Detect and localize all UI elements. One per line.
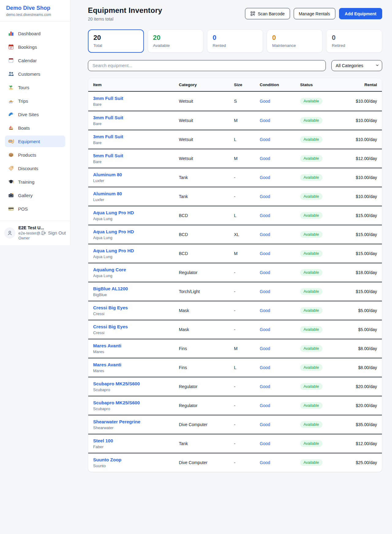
sign-out-button[interactable]: Sign Out <box>41 230 66 236</box>
item-name-link[interactable]: Mares Avanti <box>93 343 121 348</box>
condition-link[interactable]: Good <box>260 384 270 389</box>
item-name-link[interactable]: Aqualung Core <box>93 267 126 272</box>
scan-barcode-label: Scan Barcode <box>258 11 285 16</box>
stat-card-maintenance[interactable]: 0 Maintenance <box>267 29 323 53</box>
item-brand: Shearwater <box>93 425 179 430</box>
status-badge: Available <box>300 288 322 295</box>
bookings-icon: 17 <box>8 44 14 50</box>
rental-price: $15.00/day <box>340 289 377 294</box>
sidebar-item-bookings[interactable]: 17 Bookings <box>5 41 65 53</box>
item-name-link[interactable]: Aqua Lung Pro HD <box>93 248 134 253</box>
sidebar-item-equipment[interactable]: Equipment <box>5 135 65 147</box>
item-name-link[interactable]: Steel 100 <box>93 438 113 443</box>
item-name-link[interactable]: Scubapro MK25/S600 <box>93 400 140 405</box>
item-brand: Bare <box>93 140 179 145</box>
condition-link[interactable]: Good <box>260 365 270 370</box>
condition-link[interactable]: Good <box>260 270 270 275</box>
sidebar-item-boats[interactable]: Boats <box>5 122 65 134</box>
item-name-link[interactable]: Aluminum 80 <box>93 172 122 177</box>
sidebar-item-label: Training <box>18 179 35 185</box>
condition-link[interactable]: Good <box>260 175 270 180</box>
sidebar-item-trips[interactable]: Trips <box>5 95 65 107</box>
condition-link[interactable]: Good <box>260 289 270 294</box>
sidebar-item-customers[interactable]: Customers <box>5 68 65 80</box>
add-equipment-button[interactable]: Add Equipment <box>339 8 382 19</box>
status-badge: Available <box>300 174 322 181</box>
condition-link[interactable]: Good <box>260 441 270 446</box>
condition-link[interactable]: Good <box>260 346 270 351</box>
sidebar-item-training[interactable]: Training <box>5 176 65 188</box>
sidebar-item-pos[interactable]: POS <box>5 203 65 215</box>
condition-link[interactable]: Good <box>260 251 270 256</box>
scan-barcode-button[interactable]: Scan Barcode <box>245 8 290 19</box>
condition-link[interactable]: Good <box>260 213 270 218</box>
table-row: Aqua Lung Pro HD Aqua Lung BCD M Good Av… <box>88 244 382 263</box>
column-header-size: Size <box>234 82 260 87</box>
condition-link[interactable]: Good <box>260 232 270 237</box>
sidebar-item-calendar[interactable]: Calendar <box>5 55 65 66</box>
tours-icon <box>8 84 14 90</box>
stat-value: 0 <box>332 34 377 42</box>
sidebar-item-label: Trips <box>18 98 28 104</box>
item-category: Regulator <box>179 403 234 408</box>
item-name-link[interactable]: 3mm Full Suit <box>93 115 123 120</box>
item-name-link[interactable]: Aqua Lung Pro HD <box>93 210 134 215</box>
stat-card-available[interactable]: 20 Available <box>148 29 204 53</box>
rental-price: $10.00/day <box>340 194 377 199</box>
status-badge: Available <box>300 383 322 390</box>
item-name-link[interactable]: Aluminum 80 <box>93 191 122 196</box>
item-name-link[interactable]: Suunto Zoop <box>93 457 121 462</box>
column-header-condition: Condition <box>260 82 300 87</box>
category-select[interactable]: All Categories <box>331 60 382 71</box>
sidebar-item-tours[interactable]: Tours <box>5 82 65 93</box>
condition-link[interactable]: Good <box>260 308 270 313</box>
item-size: L <box>234 137 260 142</box>
equipment-table: Item Category Size Condition Status Rent… <box>88 78 382 472</box>
stat-card-retired[interactable]: 0 Retired <box>326 29 382 53</box>
item-name-link[interactable]: Shearwater Peregrine <box>93 419 140 424</box>
condition-link[interactable]: Good <box>260 460 270 465</box>
barcode-icon <box>250 11 255 16</box>
status-badge: Available <box>300 345 322 352</box>
condition-link[interactable]: Good <box>260 99 270 104</box>
item-name-link[interactable]: Scubapro MK25/S600 <box>93 381 140 386</box>
item-name-link[interactable]: Aqua Lung Pro HD <box>93 229 134 234</box>
condition-link[interactable]: Good <box>260 118 270 123</box>
item-name-link[interactable]: 3mm Full Suit <box>93 96 123 101</box>
sidebar-item-dashboard[interactable]: Dashboard <box>5 28 65 39</box>
brand-block: Demo Dive Shop demo.test.divestreams.com <box>0 0 70 21</box>
condition-link[interactable]: Good <box>260 156 270 161</box>
item-name-link[interactable]: Cressi Big Eyes <box>93 305 128 310</box>
sidebar-item-label: Discounts <box>18 166 38 171</box>
condition-link[interactable]: Good <box>260 137 270 142</box>
item-category: Regulator <box>179 384 234 389</box>
manage-rentals-button[interactable]: Manage Rentals <box>294 8 335 19</box>
condition-link[interactable]: Good <box>260 327 270 332</box>
sidebar-item-label: POS <box>18 206 28 212</box>
item-name-link[interactable]: Cressi Big Eyes <box>93 324 128 329</box>
item-size: L <box>234 213 260 218</box>
sidebar-item-discounts[interactable]: Discounts <box>5 162 65 174</box>
item-name-link[interactable]: BigBlue AL1200 <box>93 286 128 291</box>
svg-text:17: 17 <box>10 46 12 49</box>
sidebar-item-dive-sites[interactable]: Dive Sites <box>5 109 65 120</box>
item-size: - <box>234 422 260 427</box>
sidebar-item-products[interactable]: Products <box>5 149 65 161</box>
item-name-link[interactable]: 3mm Full Suit <box>93 134 123 139</box>
sidebar-item-gallery[interactable]: Gallery <box>5 189 65 201</box>
condition-link[interactable]: Good <box>260 422 270 427</box>
stat-card-rented[interactable]: 0 Rented <box>207 29 263 53</box>
stat-card-total[interactable]: 20 Total <box>88 29 144 53</box>
item-name-link[interactable]: 5mm Full Suit <box>93 153 123 158</box>
rental-price: $8.00/day <box>340 346 377 351</box>
item-name-link[interactable]: Mares Avanti <box>93 362 121 367</box>
search-input[interactable] <box>88 60 326 71</box>
stat-label: Rented <box>213 43 258 48</box>
item-brand: Bare <box>93 102 179 107</box>
condition-link[interactable]: Good <box>260 403 270 408</box>
status-badge: Available <box>300 440 322 447</box>
item-brand: Aqua Lung <box>93 235 179 240</box>
condition-link[interactable]: Good <box>260 194 270 199</box>
table-row: Cressi Big Eyes Cressi Mask - Good Avail… <box>88 301 382 320</box>
status-badge: Available <box>300 212 322 219</box>
